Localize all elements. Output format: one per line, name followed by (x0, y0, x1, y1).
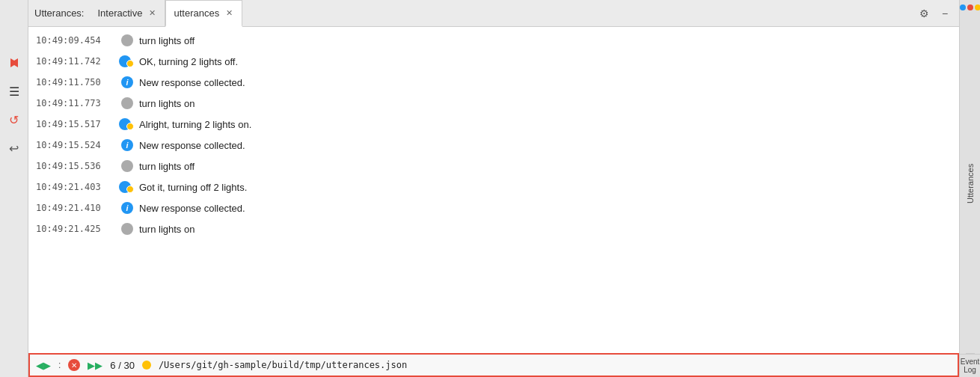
info-icon: i (118, 199, 136, 217)
tab-interactive[interactable]: Interactive ✕ (90, 0, 165, 27)
dot-blue-icon (960, 4, 966, 10)
log-entry: 10:49:15.524 i New response collected. (28, 135, 959, 156)
log-timestamp: 10:49:21.403 (36, 182, 118, 192)
tab-interactive-label: Interactive (97, 7, 142, 19)
log-timestamp: 10:49:11.742 (36, 56, 118, 67)
avatar-icon (118, 220, 136, 238)
log-text: Alright, turning 2 lights on. (139, 119, 251, 130)
tab-utterances-close[interactable]: ✕ (224, 8, 234, 19)
log-text: turn lights off (139, 35, 195, 46)
log-text: New response collected. (139, 203, 245, 214)
cancel-icon[interactable]: ✕ (68, 359, 80, 371)
status-bar: ◀▶ : ✕ ▶▶ 6 / 30 /Users/git/gh-sample/bu… (28, 353, 959, 377)
main-container: ☰ ↺ ↩ Utterances: Interactive ✕ utteranc… (0, 0, 980, 377)
list-toolbar-icon[interactable]: ☰ (4, 81, 25, 102)
log-entry: 10:49:21.403 Got it, turning off 2 light… (28, 177, 959, 197)
status-progress: 6 / 30 (110, 360, 135, 371)
left-toolbar: ☰ ↺ ↩ (0, 0, 28, 377)
info-icon: i (118, 136, 136, 154)
log-entry: 10:49:15.517 Alright, turning 2 lights o… (28, 114, 959, 135)
tab-prefix-label: Utterances: (34, 7, 84, 19)
tab-bar-actions: ⚙ − (916, 5, 953, 22)
right-sidebar: Utterances Event Log (959, 0, 980, 377)
log-timestamp: 10:49:11.773 (36, 98, 118, 108)
log-text: OK, turning 2 lights off. (139, 56, 238, 67)
log-text: New response collected. (139, 77, 245, 88)
log-area[interactable]: 10:49:09.454 turn lights off 10:49:11.74… (28, 27, 959, 353)
log-text: New response collected. (139, 140, 245, 151)
log-timestamp: 10:49:11.750 (36, 77, 118, 88)
info-icon: i (118, 73, 136, 91)
tab-utterances-label: utterances (174, 7, 219, 19)
avatar-icon (118, 31, 136, 49)
gear-button[interactable]: ⚙ (916, 5, 932, 22)
log-entry: 10:49:11.742 OK, turning 2 lights off. (28, 51, 959, 72)
log-timestamp: 10:49:09.454 (36, 35, 118, 46)
avatar-icon (118, 157, 136, 175)
status-dot-yellow (142, 361, 151, 370)
tab-utterances[interactable]: utterances ✕ (165, 0, 242, 27)
refresh-toolbar-icon[interactable]: ↺ (4, 109, 25, 130)
blue-yellow-avatar-icon (118, 178, 136, 196)
log-entry: 10:49:21.425 turn lights on (28, 218, 959, 239)
log-entry: 10:49:15.536 turn lights off (28, 156, 959, 177)
avatar-icon (118, 94, 136, 112)
log-entry: 10:49:11.773 turn lights on (28, 93, 959, 114)
play-toolbar-icon[interactable] (4, 52, 25, 73)
fast-forward-icon[interactable]: ▶▶ (88, 360, 102, 371)
play-reverse-icon[interactable]: ◀▶ (36, 360, 51, 371)
log-entry: 10:49:11.750 i New response collected. (28, 72, 959, 93)
undo-toolbar-icon[interactable]: ↩ (4, 138, 25, 159)
log-timestamp: 10:49:15.536 (36, 161, 118, 171)
log-timestamp: 10:49:21.410 (36, 203, 118, 213)
content-area: Utterances: Interactive ✕ utterances ✕ ⚙… (28, 0, 959, 377)
blue-yellow-avatar-icon (118, 52, 136, 70)
log-text: turn lights off (139, 161, 195, 172)
utterances-sidebar-tab[interactable]: Utterances (966, 13, 975, 354)
log-text: turn lights on (139, 98, 195, 109)
log-text: turn lights on (139, 224, 195, 235)
dot-yellow-icon (975, 4, 981, 10)
log-text: Got it, turning off 2 lights. (139, 182, 247, 193)
log-entry: 10:49:21.410 i New response collected. (28, 197, 959, 218)
log-timestamp: 10:49:15.517 (36, 119, 118, 129)
log-timestamp: 10:49:15.524 (36, 140, 118, 150)
status-path: /Users/git/gh-sample/build/tmp/utterance… (159, 360, 407, 370)
event-log-label[interactable]: Event Log (959, 354, 980, 377)
blue-yellow-avatar-icon (118, 115, 136, 133)
dot-red-icon (967, 4, 973, 10)
log-timestamp: 10:49:21.425 (36, 224, 118, 234)
log-entry: 10:49:09.454 turn lights off (28, 30, 959, 51)
right-top-dots (960, 0, 981, 13)
status-colon: : (58, 360, 61, 370)
minus-button[interactable]: − (937, 5, 953, 22)
tab-interactive-close[interactable]: ✕ (147, 8, 157, 19)
tab-bar: Utterances: Interactive ✕ utterances ✕ ⚙… (28, 0, 959, 27)
